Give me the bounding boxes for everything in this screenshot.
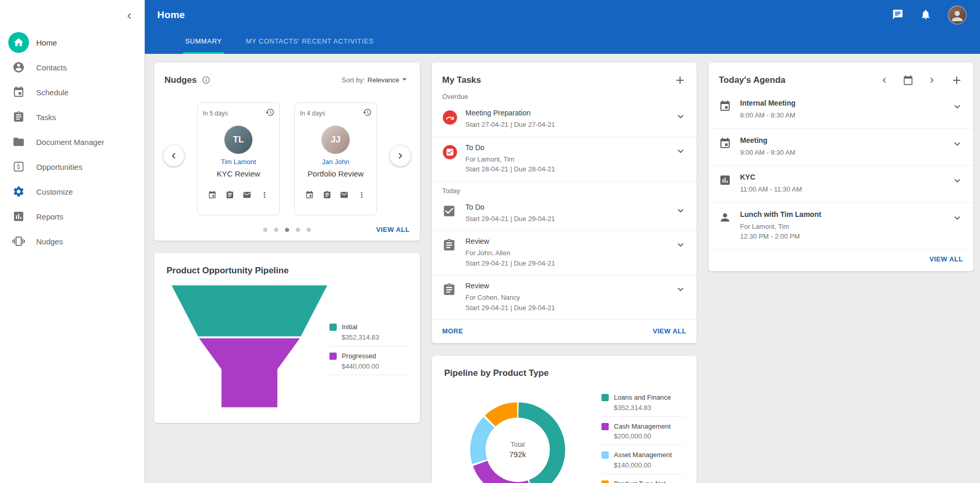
expand-chevron-icon[interactable] [952, 138, 963, 150]
agenda-add-button[interactable] [951, 74, 963, 86]
sidebar-collapse-button[interactable] [120, 7, 138, 25]
legend-item: Initial $352,314.83 [329, 317, 408, 346]
agenda-item-title: Internal Meeting [740, 99, 943, 107]
pagination-dot[interactable] [296, 228, 300, 232]
overdue-meeting-icon [442, 110, 458, 125]
expand-chevron-icon[interactable] [675, 205, 686, 216]
task-row[interactable]: Review For John, Allen Start 29-04-21 | … [432, 231, 697, 275]
task-title: Meeting Preparation [465, 109, 667, 117]
more-options-icon[interactable] [357, 191, 366, 199]
agenda-item-title: Meeting [740, 136, 943, 144]
pagination-dot[interactable] [263, 228, 267, 232]
expand-chevron-icon[interactable] [675, 111, 686, 122]
expand-chevron-icon[interactable] [675, 284, 686, 295]
dropdown-caret-icon [399, 74, 410, 86]
mail-action-icon[interactable] [340, 191, 349, 199]
task-row[interactable]: To Do For Lamont, Tim Start 28-04-21 | D… [432, 137, 697, 182]
todo-checkbox-icon [442, 204, 458, 219]
tasks-view-all-link[interactable]: VIEW ALL [653, 327, 686, 335]
legend-label: Progressed [342, 352, 379, 361]
sort-by-dropdown[interactable]: Sort by: Relevance [342, 74, 410, 86]
expand-chevron-icon[interactable] [952, 175, 963, 186]
sidebar-item-label: Schedule [36, 88, 69, 97]
task-assignee: For Lamont, Tim [465, 154, 667, 165]
task-dates: Start 29-04-21 | Due 29-04-21 [465, 303, 667, 313]
contact-name-link[interactable]: Jan John [300, 158, 371, 166]
schedule-action-icon[interactable] [208, 191, 217, 199]
expand-chevron-icon[interactable] [952, 212, 963, 224]
sidebar-item-nudges[interactable]: Nudges [0, 229, 144, 254]
task-row[interactable]: Meeting Preparation Start 27-04-21 | Due… [432, 103, 697, 137]
carousel-next-button[interactable] [390, 145, 411, 166]
funnel-chart [170, 284, 329, 408]
task-row[interactable]: To Do Start 29-04-21 | Due 29-04-21 [432, 197, 697, 231]
legend-label: Cash Management [614, 422, 671, 431]
contacts-icon [7, 56, 30, 79]
legend-value: $440,000.00 [342, 362, 379, 370]
nudges-card: Nudges Sort by: Relevance In 5 days [154, 63, 420, 241]
agenda-row[interactable]: Internal Meeting 8:00 AM - 8:30 AM [708, 92, 973, 129]
legend-swatch [329, 324, 337, 331]
history-icon[interactable] [363, 108, 372, 117]
legend-value: $352,314.83 [342, 333, 379, 341]
tab-summary[interactable]: SUMMARY [183, 30, 224, 54]
my-tasks-title: My Tasks [442, 75, 481, 85]
sidebar-item-customize[interactable]: Customize [0, 179, 144, 204]
more-options-icon[interactable] [260, 191, 269, 199]
nudges-view-all-link[interactable]: VIEW ALL [376, 226, 410, 233]
task-row[interactable]: Review For Cohen, Nancy Start 29-04-21 |… [432, 275, 697, 320]
mail-action-icon[interactable] [243, 191, 251, 199]
tasks-more-link[interactable]: MORE [442, 327, 463, 335]
schedule-action-icon[interactable] [305, 191, 314, 199]
review-clipboard-icon [442, 283, 458, 298]
agenda-view-all-link[interactable]: VIEW ALL [929, 255, 963, 263]
sidebar-item-contacts[interactable]: Contacts [0, 55, 144, 80]
carousel-pagination [263, 228, 311, 232]
agenda-item-time: 8:00 AM - 8:30 AM [740, 110, 943, 121]
carousel-prev-button[interactable] [163, 145, 184, 166]
agenda-row[interactable]: KYC 11:00 AM - 11:30 AM [708, 166, 973, 203]
sidebar-item-home[interactable]: Home [0, 30, 144, 55]
nudge-title: Portfolio Review [300, 169, 371, 178]
agenda-calendar-icon[interactable] [903, 75, 913, 85]
sidebar-item-reports[interactable]: Reports [0, 204, 144, 229]
user-avatar[interactable] [948, 6, 967, 24]
agenda-prev-day-button[interactable] [879, 75, 889, 85]
my-tasks-card: My Tasks Overdue Meeting Preparation Sta… [432, 63, 697, 343]
donut-center-value: 792k [509, 450, 526, 459]
expand-chevron-icon[interactable] [675, 145, 686, 157]
sort-by-label: Sort by: [342, 76, 365, 84]
contact-name-link[interactable]: Tim Lamont [203, 158, 274, 166]
legend-swatch [329, 353, 337, 360]
tab-recent-activities[interactable]: MY CONTACTS' RECENT ACTIVITIES [244, 30, 375, 54]
pagination-dot-active[interactable] [285, 228, 289, 232]
expand-chevron-icon[interactable] [952, 101, 963, 112]
legend-item: Progressed $440,000.00 [329, 346, 408, 375]
info-icon[interactable] [202, 76, 210, 84]
legend-item: Product Type Not Specified $100,000.00 [601, 474, 684, 483]
expand-chevron-icon[interactable] [675, 239, 686, 251]
chat-icon[interactable] [892, 9, 904, 21]
agenda-next-day-button[interactable] [927, 75, 937, 85]
agenda-row[interactable]: Meeting 9:00 AM - 9:30 AM [708, 129, 973, 166]
sidebar-item-opportunities[interactable]: Opportunities [0, 154, 144, 179]
nudge-card: In 4 days JJ Jan John Portfolio Review [294, 103, 377, 215]
person-icon [719, 211, 731, 224]
pagination-dot[interactable] [274, 228, 278, 232]
sidebar-item-schedule[interactable]: Schedule [0, 80, 144, 105]
agenda-item-for: For Lamont, Tim [740, 222, 943, 232]
add-task-button[interactable] [674, 74, 686, 86]
agenda-row[interactable]: Lunch with Tim Lamont For Lamont, Tim 12… [708, 203, 973, 250]
notifications-bell-icon[interactable] [920, 9, 932, 21]
folder-icon [7, 130, 30, 153]
legend-value: $200,000.00 [614, 432, 671, 440]
pagination-dot[interactable] [307, 228, 311, 232]
history-icon[interactable] [265, 108, 275, 117]
donut-chart-holder: Total 792k [461, 393, 575, 483]
sidebar-item-tasks[interactable]: Tasks [0, 105, 144, 129]
notes-action-icon[interactable] [225, 191, 234, 199]
sidebar-item-document-manager[interactable]: Document Manager [0, 129, 144, 154]
opportunity-pipeline-card: Product Opportunity Pipeline Initial $35… [154, 253, 420, 423]
funnel-legend: Initial $352,314.83 Progressed $440,000.… [329, 317, 408, 375]
notes-action-icon[interactable] [323, 191, 331, 199]
